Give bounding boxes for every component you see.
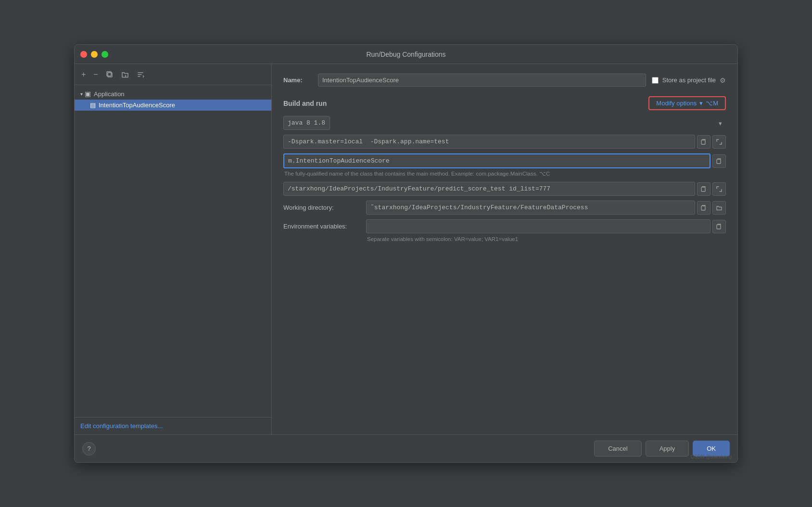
program-args-paste-button[interactable] <box>697 182 710 196</box>
vm-options-paste-button[interactable] <box>697 135 710 149</box>
config-tree: ▾ ▣ Application ▤ IntentionTopAudienceSc… <box>75 85 271 417</box>
sidebar-footer: Edit configuration templates... <box>75 417 271 434</box>
modify-options-button[interactable]: Modify options ▾ ⌥M <box>648 96 726 110</box>
name-input[interactable] <box>318 74 646 87</box>
store-project-file-checkbox[interactable] <box>652 77 659 84</box>
vm-options-input[interactable] <box>283 135 695 149</box>
window-controls[interactable] <box>80 51 108 58</box>
java-version-row: java 8 1.8 ▾ <box>283 116 726 130</box>
svg-rect-5 <box>701 206 705 210</box>
program-args-expand-button[interactable] <box>712 182 726 196</box>
modify-options-label: Modify options <box>656 100 697 107</box>
sidebar: + − <box>75 64 272 434</box>
vm-options-expand-button[interactable] <box>712 135 726 149</box>
application-group-header[interactable]: ▾ ▣ Application <box>75 88 271 100</box>
vm-options-row <box>283 135 726 149</box>
move-to-folder-button[interactable] <box>118 69 132 80</box>
help-button[interactable]: ? <box>82 442 96 456</box>
remove-config-button[interactable]: − <box>90 68 101 81</box>
env-variables-field <box>366 219 726 233</box>
vm-options-field <box>283 135 726 149</box>
config-item-label: IntentionTopAudienceScore <box>99 101 175 109</box>
application-group: ▾ ▣ Application ▤ IntentionTopAudienceSc… <box>75 87 271 112</box>
watermark: CSDN @starxhong <box>691 454 732 459</box>
working-directory-row: Working directory: <box>283 201 726 215</box>
java-version-dropdown[interactable]: java 8 1.8 <box>283 116 330 130</box>
working-directory-browse-button[interactable] <box>712 201 726 215</box>
edit-templates-link[interactable]: Edit configuration templates... <box>80 422 163 430</box>
group-label: Application <box>94 90 125 98</box>
store-settings-gear-icon[interactable]: ⚙ <box>720 76 726 84</box>
svg-rect-4 <box>701 187 705 191</box>
title-bar: Run/Debug Configurations <box>75 45 737 64</box>
name-row: Name: Store as project file ⚙ <box>283 74 726 87</box>
config-item-intention[interactable]: ▤ IntentionTopAudienceScore <box>75 100 271 111</box>
program-args-field <box>283 182 726 196</box>
minimize-button[interactable] <box>91 51 98 58</box>
group-icon: ▣ <box>85 90 91 98</box>
program-args-input[interactable] <box>283 182 695 196</box>
main-class-hint: The fully-qualified name of the class th… <box>284 170 726 177</box>
main-class-paste-button[interactable] <box>712 154 726 168</box>
program-args-row <box>283 182 726 196</box>
dropdown-arrow-icon: ▾ <box>719 119 722 127</box>
modify-options-shortcut: ⌥M <box>706 100 718 107</box>
env-variables-input[interactable] <box>366 219 710 233</box>
working-directory-input[interactable] <box>366 201 695 215</box>
build-run-header: Build and run Modify options ▾ ⌥M <box>283 96 726 110</box>
close-button[interactable] <box>80 51 87 58</box>
config-item-icon: ▤ <box>90 101 96 109</box>
dialog-title: Run/Debug Configurations <box>367 51 446 58</box>
main-class-input[interactable] <box>283 153 710 168</box>
sort-button[interactable] <box>134 69 147 80</box>
working-directory-field <box>366 201 726 215</box>
svg-rect-6 <box>717 225 721 229</box>
env-variables-row: Environment variables: <box>283 219 726 233</box>
maximize-button[interactable] <box>102 51 108 58</box>
working-directory-label: Working directory: <box>283 204 360 211</box>
env-variables-label: Environment variables: <box>283 223 360 230</box>
working-directory-paste-button[interactable] <box>697 201 710 215</box>
main-class-field <box>283 153 726 168</box>
svg-rect-3 <box>717 159 721 164</box>
store-project-file-row: Store as project file ⚙ <box>652 76 726 84</box>
copy-config-button[interactable] <box>103 69 116 80</box>
svg-rect-2 <box>701 140 705 144</box>
env-variables-paste-button[interactable] <box>712 220 726 233</box>
chevron-down-icon: ▾ <box>699 100 703 107</box>
bottom-left: ? <box>82 442 96 456</box>
bottom-bar: ? Cancel Apply OK CSDN @starxhong <box>75 434 737 462</box>
name-label: Name: <box>283 76 312 84</box>
sidebar-toolbar: + − <box>75 64 271 85</box>
store-project-file-label: Store as project file <box>662 76 716 84</box>
main-class-row: The fully-qualified name of the class th… <box>283 153 726 177</box>
right-panel: Name: Store as project file ⚙ Build and … <box>272 64 737 434</box>
apply-button[interactable]: Apply <box>646 441 689 456</box>
env-variables-hint: Separate variables with semicolon: VAR=v… <box>367 236 726 242</box>
build-run-title: Build and run <box>283 100 327 107</box>
cancel-button[interactable]: Cancel <box>594 441 641 456</box>
java-version-wrapper: java 8 1.8 ▾ <box>283 116 726 130</box>
add-config-button[interactable]: + <box>78 68 89 81</box>
group-chevron-icon: ▾ <box>80 91 83 97</box>
